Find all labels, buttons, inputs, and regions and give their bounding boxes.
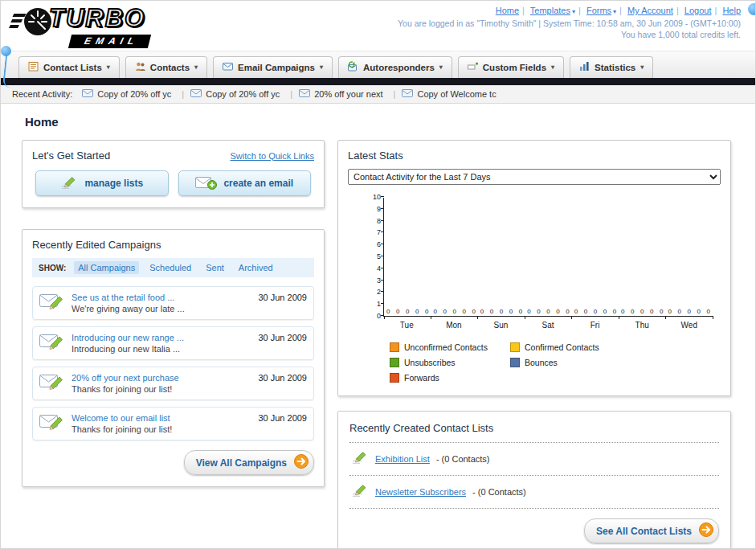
turbo-email-logo[interactable]: TURBO EMAIL: [9, 4, 149, 48]
header: TURBO EMAIL Home| Templates▾| Forms▾| My…: [1, 1, 755, 51]
bar-value-label: 0: [546, 309, 550, 315]
x-axis-label: Tue: [383, 321, 431, 330]
recent-activity-items: Copy of 20% off yc Copy of 20% off yc 20…: [82, 89, 502, 99]
recent-campaigns-panel: Recently Edited Campaigns SHOW: All Camp…: [22, 229, 325, 487]
filter-sent[interactable]: Sent: [202, 261, 228, 274]
recent-activity-text: Copy of 20% off yc: [97, 89, 171, 99]
chart-day-group: 00000: [478, 309, 525, 316]
bar-value-label: 0: [472, 309, 475, 315]
top-link-templates[interactable]: Templates▾: [530, 6, 575, 15]
recent-activity-item[interactable]: Copy of Welcome tc: [402, 89, 496, 99]
campaign-filters: All CampaignsScheduledSentArchived: [74, 261, 276, 274]
contact-list-count: - (0 Contacts): [472, 487, 526, 497]
y-axis-tick-label: 3: [365, 277, 381, 285]
campaign-list-item[interactable]: See us at the retail food ... We're givi…: [32, 286, 314, 320]
chart-bar-column: 0: [517, 309, 524, 316]
chart-bar-column: 0: [667, 309, 673, 316]
manage-lists-button[interactable]: manage lists: [35, 170, 169, 196]
campaign-title-link[interactable]: Introducing our new range ...: [72, 333, 251, 342]
top-link-help[interactable]: Help: [722, 6, 741, 15]
envelope-plus-icon: [195, 175, 217, 192]
y-axis-tick: [381, 280, 384, 281]
view-all-campaigns-button[interactable]: View All Campaigns: [184, 450, 314, 475]
y-axis-tick-label: 9: [365, 206, 381, 213]
bar-value-label: 0: [660, 309, 663, 315]
autoresponders-icon: [348, 61, 358, 73]
campaign-list-item[interactable]: Welcome to our email list Thanks for joi…: [32, 407, 314, 440]
stats-period-select[interactable]: Contact Activity for the Last 7 Days: [348, 169, 721, 185]
logo-word-email: EMAIL: [68, 35, 152, 48]
recent-campaigns-title: Recently Edited Campaigns: [32, 239, 314, 251]
top-link-my-account[interactable]: My Account: [627, 6, 673, 15]
filter-all-campaigns[interactable]: All Campaigns: [74, 261, 139, 274]
campaign-list-item[interactable]: Introducing our new range ... Introducin…: [32, 326, 314, 360]
x-axis-tick: [665, 316, 666, 319]
bar-value-label: 0: [415, 309, 419, 315]
tab-contact-lists[interactable]: Contact Lists ▾: [18, 56, 120, 78]
campaign-text: Introducing our new range ... Introducin…: [72, 333, 251, 354]
chart-bar-column: 0: [696, 309, 702, 316]
tab-label: Contacts: [150, 63, 190, 72]
get-started-title: Let's Get Started: [32, 150, 110, 162]
switch-quick-links-link[interactable]: Switch to Quick Links: [230, 151, 314, 161]
chart-bar-column: 0: [461, 309, 468, 316]
filter-archived[interactable]: Archived: [235, 261, 277, 274]
chevron-down-icon: ▾: [320, 64, 323, 71]
see-all-contact-lists-button[interactable]: See All Contact Lists: [584, 518, 719, 543]
recent-activity-item[interactable]: Copy of 20% off yc: [190, 89, 292, 99]
chart-bar-column: 0: [602, 309, 608, 316]
y-axis-tick-label: 4: [365, 265, 381, 272]
filter-scheduled[interactable]: Scheduled: [145, 261, 195, 274]
campaign-list-item[interactable]: 20% off your next purchase Thanks for jo…: [32, 367, 314, 400]
y-axis-tick: [381, 244, 384, 244]
campaign-title-link[interactable]: 20% off your next purchase: [72, 373, 251, 383]
campaign-date: 30 Jun 2009: [258, 293, 307, 302]
y-axis-tick: [381, 196, 384, 197]
contact-list-link[interactable]: Newsletter Subscribers: [375, 487, 466, 497]
chart-bar-column: 0: [488, 309, 495, 316]
tab-email-campaigns[interactable]: Email Campaigns ▾: [213, 56, 333, 78]
campaign-title-link[interactable]: Welcome to our email list: [72, 413, 251, 423]
bar-value-label: 0: [425, 309, 428, 315]
recent-activity-item[interactable]: 20% off your next: [299, 89, 395, 99]
x-axis-tick: [384, 316, 385, 319]
link-separator: |: [522, 6, 525, 15]
top-link-home[interactable]: Home: [496, 6, 519, 15]
logo-text: TURBO EMAIL: [49, 4, 149, 48]
chart-plot-area: 00000000000000000000000000000000000 0123…: [383, 198, 713, 317]
recent-activity-item[interactable]: Copy of 20% off yc: [82, 89, 184, 99]
y-axis-tick: [381, 208, 384, 209]
top-link-forms[interactable]: Forms▾: [586, 6, 616, 15]
chart-day-group: 00000: [525, 309, 571, 316]
tab-autoresponders[interactable]: Autoresponders ▾: [338, 56, 452, 78]
campaign-subtitle: Thanks for joining our list!: [72, 424, 251, 434]
legend-label: Bounces: [525, 358, 558, 367]
view-all-campaigns-label: View All Campaigns: [196, 457, 287, 469]
email-campaigns-icon: [223, 61, 233, 73]
link-separator: |: [676, 6, 679, 15]
chart-bar-column: 0: [442, 309, 448, 316]
envelope-icon: [190, 89, 202, 99]
envelope-icon: [402, 89, 413, 99]
recent-activity-text: Copy of Welcome tc: [417, 89, 496, 99]
chart-bar-column: 0: [611, 309, 618, 316]
contact-list-link[interactable]: Exhibition List: [375, 454, 430, 464]
campaign-title-link[interactable]: See us at the retail food ...: [72, 293, 251, 302]
tab-statistics[interactable]: Statistics ▾: [570, 56, 653, 78]
legend-item-unsubscribes: Unsubscribes: [390, 358, 510, 367]
chevron-down-icon: ▾: [613, 8, 616, 15]
top-link-logout[interactable]: Logout: [684, 6, 712, 15]
legend-item-bounces: Bounces: [510, 358, 631, 367]
show-label: SHOW:: [39, 264, 66, 272]
bar-value-label: 0: [584, 309, 587, 315]
tab-custom-fields[interactable]: Custom Fields ▾: [458, 56, 564, 78]
contact-list-item[interactable]: Exhibition List - (0 Contacts): [349, 443, 719, 476]
link-separator: |: [619, 6, 622, 15]
chart-day-group: 00000: [572, 309, 619, 316]
bar-value-label: 0: [480, 309, 484, 315]
y-axis-tick: [381, 256, 384, 256]
right-column: Latest Stats Contact Activity for the La…: [337, 140, 731, 549]
create-email-button[interactable]: create an email: [178, 170, 312, 196]
contact-list-item[interactable]: Newsletter Subscribers - (0 Contacts): [349, 476, 719, 509]
tab-contacts[interactable]: Contacts ▾: [125, 56, 207, 78]
